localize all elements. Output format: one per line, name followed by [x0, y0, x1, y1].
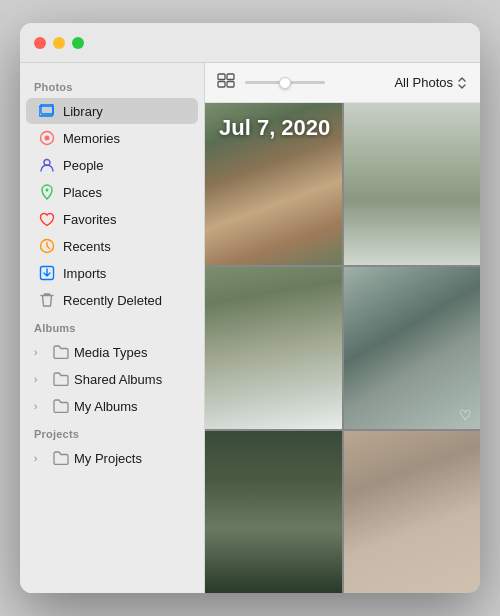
dropdown-chevrons-icon [456, 75, 468, 91]
sidebar-item-recents[interactable]: Recents [26, 233, 198, 259]
sidebar-item-my-albums-label: My Albums [74, 399, 138, 414]
folder-icon-projects [52, 449, 70, 467]
traffic-lights [34, 37, 84, 49]
svg-rect-9 [227, 74, 234, 80]
svg-rect-11 [227, 82, 234, 88]
photos-grid: ♡ [205, 103, 480, 593]
folder-icon-media [52, 343, 70, 361]
sidebar-item-recently-deleted-label: Recently Deleted [63, 293, 162, 308]
sidebar-item-favorites[interactable]: Favorites [26, 206, 198, 232]
sidebar-item-people[interactable]: People [26, 152, 198, 178]
memories-icon [38, 129, 56, 147]
app-window: Photos Library Memories [20, 23, 480, 593]
sidebar-item-media-types[interactable]: › Media Types [26, 339, 198, 365]
section-photos-label: Photos [20, 73, 204, 97]
sidebar-item-my-projects[interactable]: › My Projects [26, 445, 198, 471]
photo-cell-6[interactable] [344, 431, 481, 593]
all-photos-dropdown[interactable]: All Photos [394, 75, 468, 91]
svg-point-3 [45, 136, 50, 141]
toolbar: All Photos [205, 63, 480, 103]
heart-icon: ♡ [459, 407, 472, 423]
imports-icon [38, 264, 56, 282]
fullscreen-button[interactable] [72, 37, 84, 49]
photo-cell-2[interactable] [344, 103, 481, 265]
minimize-button[interactable] [53, 37, 65, 49]
all-photos-label: All Photos [394, 75, 453, 90]
window-body: Photos Library Memories [20, 63, 480, 593]
recents-icon [38, 237, 56, 255]
sidebar-item-imports[interactable]: Imports [26, 260, 198, 286]
people-icon [38, 156, 56, 174]
photos-grid-container: Jul 7, 2020 ♡ [205, 103, 480, 593]
deleted-icon [38, 291, 56, 309]
sidebar-item-places[interactable]: Places [26, 179, 198, 205]
svg-rect-8 [218, 74, 225, 80]
photo-cell-3[interactable] [205, 267, 342, 429]
main-content: All Photos Jul 7, 2020 ♡ [205, 63, 480, 593]
svg-rect-10 [218, 82, 225, 88]
section-projects-label: Projects [20, 420, 204, 444]
sidebar-item-recents-label: Recents [63, 239, 111, 254]
sidebar-item-memories[interactable]: Memories [26, 125, 198, 151]
sidebar-item-recently-deleted[interactable]: Recently Deleted [26, 287, 198, 313]
sidebar-item-people-label: People [63, 158, 103, 173]
chevron-icon: › [34, 374, 48, 385]
slider-thumb [279, 77, 291, 89]
zoom-slider[interactable] [245, 81, 325, 84]
sidebar-item-places-label: Places [63, 185, 102, 200]
sidebar-item-media-types-label: Media Types [74, 345, 147, 360]
sidebar-item-library-label: Library [63, 104, 103, 119]
sidebar-item-my-projects-label: My Projects [74, 451, 142, 466]
chevron-icon: › [34, 453, 48, 464]
sidebar-item-shared-albums[interactable]: › Shared Albums [26, 366, 198, 392]
folder-icon-shared [52, 370, 70, 388]
sidebar-item-favorites-label: Favorites [63, 212, 116, 227]
sidebar-item-shared-albums-label: Shared Albums [74, 372, 162, 387]
photo-cell-4[interactable]: ♡ [344, 267, 481, 429]
favorites-icon [38, 210, 56, 228]
close-button[interactable] [34, 37, 46, 49]
sidebar-item-library[interactable]: Library [26, 98, 198, 124]
sidebar-item-imports-label: Imports [63, 266, 106, 281]
photo-cell-5[interactable] [205, 431, 342, 593]
library-icon [38, 102, 56, 120]
chevron-icon: › [34, 401, 48, 412]
places-icon [38, 183, 56, 201]
sidebar: Photos Library Memories [20, 63, 205, 593]
svg-point-5 [46, 189, 49, 192]
chevron-icon: › [34, 347, 48, 358]
date-header: Jul 7, 2020 [219, 115, 330, 141]
section-albums-label: Albums [20, 314, 204, 338]
folder-icon-mine [52, 397, 70, 415]
sidebar-item-memories-label: Memories [63, 131, 120, 146]
titlebar [20, 23, 480, 63]
view-mode-icon[interactable] [217, 73, 235, 92]
sidebar-item-my-albums[interactable]: › My Albums [26, 393, 198, 419]
